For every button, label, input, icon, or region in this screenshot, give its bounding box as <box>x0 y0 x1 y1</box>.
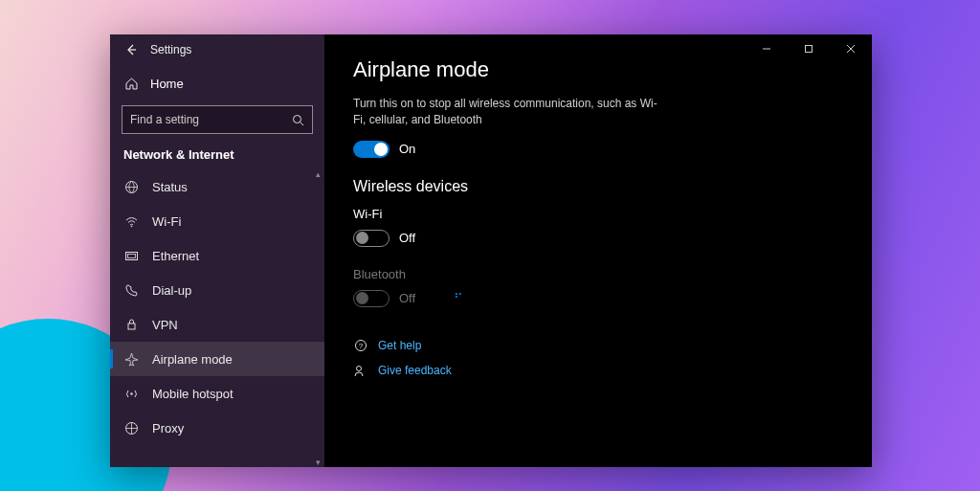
give-feedback-row: Give feedback <box>353 358 843 383</box>
section-label: Network & Internet <box>110 144 324 169</box>
ethernet-icon <box>123 249 139 263</box>
wifi-device-label: Wi-Fi <box>353 207 843 221</box>
maximize-button[interactable] <box>788 34 830 63</box>
sidebar-item-ethernet[interactable]: Ethernet <box>110 238 324 273</box>
svg-rect-6 <box>128 324 135 329</box>
main-content: Airplane mode Turn this on to stop all w… <box>324 34 872 467</box>
hotspot-icon <box>123 387 139 401</box>
proxy-icon <box>123 421 139 435</box>
airplane-icon <box>123 352 139 367</box>
sidebar-item-dialup[interactable]: Dial-up <box>110 273 324 307</box>
arrow-left-icon <box>124 43 138 56</box>
sidebar: Settings Home Network & Internet ▴ ▾ Sta <box>110 34 324 467</box>
help-icon: ? <box>353 339 368 352</box>
nav-label: Dial-up <box>152 283 191 298</box>
sidebar-item-vpn[interactable]: VPN <box>110 307 324 342</box>
get-help-link[interactable]: Get help <box>378 339 421 352</box>
nav-scroll-area: ▴ ▾ Status Wi-Fi Ethernet Dial- <box>110 169 324 467</box>
search-input[interactable] <box>130 113 292 126</box>
feedback-icon <box>353 364 368 377</box>
wireless-devices-heading: Wireless devices <box>353 178 843 195</box>
search-icon <box>292 114 304 126</box>
sidebar-item-status[interactable]: Status <box>110 169 324 204</box>
nav-label: Status <box>152 180 188 194</box>
wifi-toggle[interactable] <box>353 230 390 247</box>
app-title: Settings <box>150 43 191 56</box>
svg-point-7 <box>130 392 132 394</box>
minimize-button[interactable] <box>746 34 788 63</box>
back-button[interactable] <box>118 36 145 63</box>
bluetooth-device-label: Bluetooth <box>353 267 843 281</box>
nav-label: Wi-Fi <box>152 214 181 229</box>
airplane-toggle-state: On <box>399 142 415 156</box>
svg-point-0 <box>294 115 301 123</box>
nav-label: Mobile hotspot <box>152 387 234 401</box>
nav-label: VPN <box>152 318 178 332</box>
sidebar-item-airplane[interactable]: Airplane mode <box>110 342 324 376</box>
globe-icon <box>123 180 139 194</box>
sidebar-item-home[interactable]: Home <box>110 65 324 101</box>
vpn-icon <box>123 318 139 332</box>
close-button[interactable] <box>830 34 872 63</box>
get-help-row: ? Get help <box>353 333 843 358</box>
phone-icon <box>123 283 139 298</box>
close-icon <box>846 44 856 54</box>
bluetooth-toggle <box>353 290 390 307</box>
nav-label: Airplane mode <box>152 352 233 367</box>
related-links: ? Get help Give feedback <box>353 333 843 383</box>
airplane-toggle[interactable] <box>353 141 390 158</box>
wifi-toggle-state: Off <box>399 231 415 245</box>
airplane-toggle-row: On <box>353 138 843 161</box>
svg-line-1 <box>301 122 304 125</box>
nav-list: Status Wi-Fi Ethernet Dial-up VPN <box>110 169 324 445</box>
window-controls <box>746 34 872 63</box>
maximize-icon <box>804 44 813 54</box>
home-icon <box>123 77 139 91</box>
sidebar-item-wifi[interactable]: Wi-Fi <box>110 204 324 238</box>
minimize-icon <box>762 44 771 54</box>
wifi-toggle-row: Off <box>353 227 843 250</box>
bluetooth-toggle-row: Off ⠋ <box>353 287 843 310</box>
content-area: Airplane mode Turn this on to stop all w… <box>324 34 872 406</box>
give-feedback-link[interactable]: Give feedback <box>378 364 452 377</box>
loading-spinner-icon: ⠋ <box>454 291 465 305</box>
home-label: Home <box>150 77 184 91</box>
svg-rect-5 <box>127 254 135 257</box>
scroll-down-icon[interactable]: ▾ <box>313 458 323 467</box>
svg-rect-10 <box>806 46 813 53</box>
sidebar-item-hotspot[interactable]: Mobile hotspot <box>110 376 324 411</box>
sidebar-item-proxy[interactable]: Proxy <box>110 411 324 445</box>
nav-label: Proxy <box>152 421 184 435</box>
page-description: Turn this on to stop all wireless commun… <box>353 96 669 128</box>
svg-text:?: ? <box>359 342 364 350</box>
settings-window: Settings Home Network & Internet ▴ ▾ Sta <box>110 34 872 467</box>
search-box[interactable] <box>122 105 313 134</box>
titlebar: Settings <box>110 34 324 65</box>
wifi-icon <box>123 214 139 229</box>
bluetooth-toggle-state: Off <box>399 291 415 305</box>
nav-label: Ethernet <box>152 249 199 263</box>
svg-point-15 <box>357 366 362 370</box>
svg-point-3 <box>130 225 132 227</box>
